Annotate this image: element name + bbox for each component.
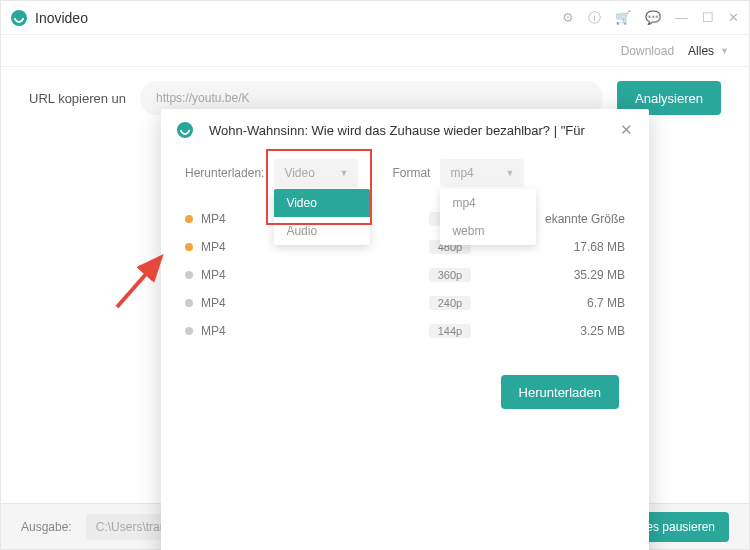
download-type-option-audio[interactable]: Audio xyxy=(274,217,370,245)
select-dot-icon xyxy=(185,299,193,307)
tab-alles-label: Alles xyxy=(688,44,714,58)
info-icon[interactable]: ⓘ xyxy=(588,9,601,27)
modal-title: Wohn-Wahnsinn: Wie wird das Zuhause wied… xyxy=(209,123,612,138)
row-format: MP4 xyxy=(201,268,261,282)
app-logo-icon xyxy=(11,10,27,26)
main-area: URL kopieren un https://youtu.be/K Analy… xyxy=(1,67,749,503)
select-dot-icon xyxy=(185,327,193,335)
row-resolution: 360p xyxy=(429,268,471,282)
close-icon[interactable]: ✕ xyxy=(728,10,739,25)
format-option-webm[interactable]: webm xyxy=(440,217,536,245)
chevron-down-icon: ▼ xyxy=(505,168,514,178)
format-option-mp4[interactable]: mp4 xyxy=(440,189,536,217)
row-format: MP4 xyxy=(201,240,261,254)
url-label: URL kopieren un xyxy=(29,91,126,106)
chat-icon[interactable]: 💬 xyxy=(645,10,661,25)
minimize-icon[interactable]: — xyxy=(675,10,688,25)
row-size: 6.7 MB xyxy=(495,296,625,310)
url-input-text: https://youtu.be/K xyxy=(156,91,249,105)
tab-alles[interactable]: Alles ▼ xyxy=(688,44,729,58)
list-item[interactable]: MP4360p35.29 MB xyxy=(179,261,631,289)
modal-logo-icon xyxy=(177,122,193,138)
select-dot-icon xyxy=(185,271,193,279)
format-label: Format xyxy=(392,166,430,180)
format-select[interactable]: mp4 ▼ mp4 webm xyxy=(440,159,524,187)
list-item[interactable]: MP472ekannte Größe xyxy=(179,205,631,233)
chevron-down-icon: ▼ xyxy=(720,46,729,56)
row-format: MP4 xyxy=(201,296,261,310)
tab-download-label: Download xyxy=(621,44,674,58)
row-format: MP4 xyxy=(201,324,261,338)
row-size: 35.29 MB xyxy=(495,268,625,282)
list-item[interactable]: MP4144p3.25 MB xyxy=(179,317,631,345)
row-format: MP4 xyxy=(201,212,261,226)
download-type-label: Herunterladen: xyxy=(185,166,264,180)
svg-line-0 xyxy=(117,257,161,307)
titlebar: Inovideo ⚙ ⓘ 🛒 💬 — ☐ ✕ xyxy=(1,1,749,35)
row-size: 3.25 MB xyxy=(495,324,625,338)
row-resolution: 144p xyxy=(429,324,471,338)
format-list: MP472ekannte GrößeMP4480p17.68 MBMP4360p… xyxy=(161,193,649,345)
download-type-option-video[interactable]: Video xyxy=(274,189,370,217)
settings-icon[interactable]: ⚙ xyxy=(562,10,574,25)
row-resolution: 240p xyxy=(429,296,471,310)
cart-icon[interactable]: 🛒 xyxy=(615,10,631,25)
output-label: Ausgabe: xyxy=(21,520,72,534)
list-item[interactable]: MP4480p17.68 MB xyxy=(179,233,631,261)
tabs-bar: Download Alles ▼ xyxy=(1,35,749,67)
select-dot-icon xyxy=(185,215,193,223)
modal-close-icon[interactable]: ✕ xyxy=(620,121,633,139)
format-value: mp4 xyxy=(450,166,473,180)
download-type-select[interactable]: Video ▼ Video Audio xyxy=(274,159,358,187)
app-name: Inovideo xyxy=(35,10,562,26)
download-modal: Wohn-Wahnsinn: Wie wird das Zuhause wied… xyxy=(161,109,649,550)
list-item[interactable]: MP4240p6.7 MB xyxy=(179,289,631,317)
download-button[interactable]: Herunterladen xyxy=(501,375,619,409)
tab-download[interactable]: Download xyxy=(621,44,674,58)
select-dot-icon xyxy=(185,243,193,251)
chevron-down-icon: ▼ xyxy=(339,168,348,178)
download-type-value: Video xyxy=(284,166,314,180)
maximize-icon[interactable]: ☐ xyxy=(702,10,714,25)
